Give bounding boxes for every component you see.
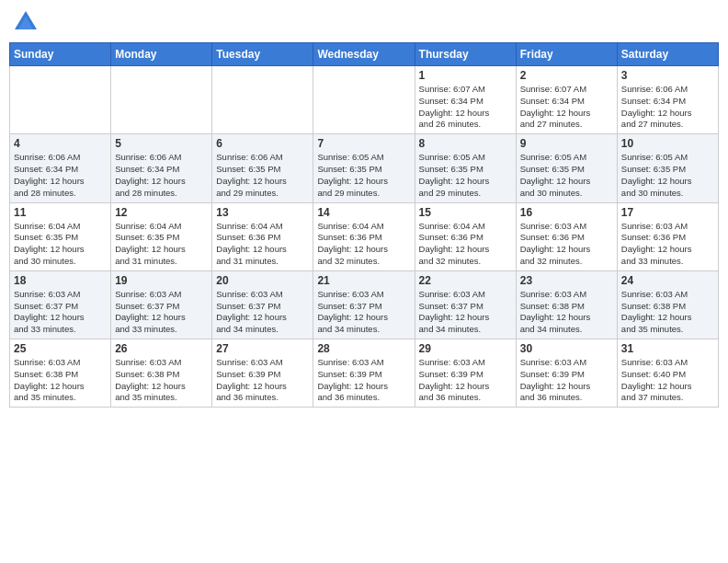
day-number: 7 <box>317 137 410 150</box>
day-info: Sunrise: 6:06 AM Sunset: 6:34 PM Dayligh… <box>14 152 107 199</box>
calendar-week-row: 11Sunrise: 6:04 AM Sunset: 6:35 PM Dayli… <box>10 202 719 270</box>
weekday-header-row: SundayMondayTuesdayWednesdayThursdayFrid… <box>10 43 719 66</box>
day-number: 15 <box>419 206 512 219</box>
calendar-week-row: 1Sunrise: 6:07 AM Sunset: 6:34 PM Daylig… <box>10 66 719 134</box>
calendar-cell: 18Sunrise: 6:03 AM Sunset: 6:37 PM Dayli… <box>10 270 111 339</box>
weekday-header-saturday: Saturday <box>617 43 718 66</box>
calendar-cell: 3Sunrise: 6:06 AM Sunset: 6:34 PM Daylig… <box>617 66 718 134</box>
calendar-cell: 5Sunrise: 6:06 AM Sunset: 6:34 PM Daylig… <box>111 134 212 202</box>
day-number: 29 <box>419 342 512 355</box>
day-number: 18 <box>14 274 107 287</box>
calendar-cell: 2Sunrise: 6:07 AM Sunset: 6:34 PM Daylig… <box>516 66 617 134</box>
calendar-cell <box>10 66 111 134</box>
day-info: Sunrise: 6:03 AM Sunset: 6:37 PM Dayligh… <box>317 289 410 336</box>
logo <box>13 9 42 35</box>
calendar-week-row: 18Sunrise: 6:03 AM Sunset: 6:37 PM Dayli… <box>10 270 719 339</box>
day-info: Sunrise: 6:07 AM Sunset: 6:34 PM Dayligh… <box>520 84 613 131</box>
calendar-cell: 24Sunrise: 6:03 AM Sunset: 6:38 PM Dayli… <box>617 270 718 339</box>
day-info: Sunrise: 6:05 AM Sunset: 6:35 PM Dayligh… <box>419 152 512 199</box>
calendar-cell: 6Sunrise: 6:06 AM Sunset: 6:35 PM Daylig… <box>212 134 313 202</box>
calendar-cell: 31Sunrise: 6:03 AM Sunset: 6:40 PM Dayli… <box>617 339 718 408</box>
day-info: Sunrise: 6:05 AM Sunset: 6:35 PM Dayligh… <box>520 152 613 199</box>
day-info: Sunrise: 6:04 AM Sunset: 6:36 PM Dayligh… <box>317 221 410 268</box>
day-info: Sunrise: 6:03 AM Sunset: 6:38 PM Dayligh… <box>115 357 208 404</box>
logo-icon <box>13 9 39 35</box>
weekday-header-wednesday: Wednesday <box>313 43 415 66</box>
day-number: 27 <box>216 342 309 355</box>
day-number: 22 <box>419 274 512 287</box>
calendar-cell: 19Sunrise: 6:03 AM Sunset: 6:37 PM Dayli… <box>111 270 212 339</box>
day-number: 14 <box>317 206 410 219</box>
day-number: 23 <box>520 274 613 287</box>
day-info: Sunrise: 6:07 AM Sunset: 6:34 PM Dayligh… <box>419 84 512 131</box>
day-number: 3 <box>621 69 714 82</box>
calendar-cell: 23Sunrise: 6:03 AM Sunset: 6:38 PM Dayli… <box>516 270 617 339</box>
calendar-cell: 13Sunrise: 6:04 AM Sunset: 6:36 PM Dayli… <box>212 202 313 270</box>
day-number: 31 <box>621 342 714 355</box>
day-number: 11 <box>14 206 107 219</box>
weekday-header-sunday: Sunday <box>10 43 111 66</box>
day-number: 19 <box>115 274 208 287</box>
calendar-cell <box>212 66 313 134</box>
calendar-cell: 1Sunrise: 6:07 AM Sunset: 6:34 PM Daylig… <box>415 66 516 134</box>
day-info: Sunrise: 6:03 AM Sunset: 6:37 PM Dayligh… <box>14 289 107 336</box>
calendar-cell: 22Sunrise: 6:03 AM Sunset: 6:37 PM Dayli… <box>415 270 516 339</box>
day-number: 9 <box>520 137 613 150</box>
calendar-cell: 7Sunrise: 6:05 AM Sunset: 6:35 PM Daylig… <box>313 134 415 202</box>
calendar-cell: 16Sunrise: 6:03 AM Sunset: 6:36 PM Dayli… <box>516 202 617 270</box>
calendar-table: SundayMondayTuesdayWednesdayThursdayFrid… <box>9 42 719 408</box>
calendar-cell: 10Sunrise: 6:05 AM Sunset: 6:35 PM Dayli… <box>617 134 718 202</box>
day-info: Sunrise: 6:03 AM Sunset: 6:36 PM Dayligh… <box>520 221 613 268</box>
calendar-cell: 11Sunrise: 6:04 AM Sunset: 6:35 PM Dayli… <box>10 202 111 270</box>
calendar-cell: 14Sunrise: 6:04 AM Sunset: 6:36 PM Dayli… <box>313 202 415 270</box>
day-number: 16 <box>520 206 613 219</box>
calendar-cell: 9Sunrise: 6:05 AM Sunset: 6:35 PM Daylig… <box>516 134 617 202</box>
day-number: 30 <box>520 342 613 355</box>
calendar-cell: 26Sunrise: 6:03 AM Sunset: 6:38 PM Dayli… <box>111 339 212 408</box>
calendar-cell: 17Sunrise: 6:03 AM Sunset: 6:36 PM Dayli… <box>617 202 718 270</box>
day-info: Sunrise: 6:03 AM Sunset: 6:37 PM Dayligh… <box>419 289 512 336</box>
day-info: Sunrise: 6:05 AM Sunset: 6:35 PM Dayligh… <box>621 152 714 199</box>
day-info: Sunrise: 6:03 AM Sunset: 6:39 PM Dayligh… <box>317 357 410 404</box>
day-info: Sunrise: 6:04 AM Sunset: 6:35 PM Dayligh… <box>115 221 208 268</box>
calendar-cell: 28Sunrise: 6:03 AM Sunset: 6:39 PM Dayli… <box>313 339 415 408</box>
day-info: Sunrise: 6:04 AM Sunset: 6:35 PM Dayligh… <box>14 221 107 268</box>
calendar-week-row: 4Sunrise: 6:06 AM Sunset: 6:34 PM Daylig… <box>10 134 719 202</box>
day-info: Sunrise: 6:03 AM Sunset: 6:38 PM Dayligh… <box>14 357 107 404</box>
day-info: Sunrise: 6:06 AM Sunset: 6:34 PM Dayligh… <box>621 84 714 131</box>
day-info: Sunrise: 6:04 AM Sunset: 6:36 PM Dayligh… <box>216 221 309 268</box>
calendar-cell: 12Sunrise: 6:04 AM Sunset: 6:35 PM Dayli… <box>111 202 212 270</box>
weekday-header-tuesday: Tuesday <box>212 43 313 66</box>
page-header <box>9 9 719 35</box>
day-number: 5 <box>115 137 208 150</box>
day-info: Sunrise: 6:03 AM Sunset: 6:40 PM Dayligh… <box>621 357 714 404</box>
day-info: Sunrise: 6:03 AM Sunset: 6:39 PM Dayligh… <box>216 357 309 404</box>
day-number: 10 <box>621 137 714 150</box>
day-number: 1 <box>419 69 512 82</box>
day-info: Sunrise: 6:06 AM Sunset: 6:35 PM Dayligh… <box>216 152 309 199</box>
calendar-cell: 20Sunrise: 6:03 AM Sunset: 6:37 PM Dayli… <box>212 270 313 339</box>
calendar-week-row: 25Sunrise: 6:03 AM Sunset: 6:38 PM Dayli… <box>10 339 719 408</box>
calendar-cell: 21Sunrise: 6:03 AM Sunset: 6:37 PM Dayli… <box>313 270 415 339</box>
day-number: 28 <box>317 342 410 355</box>
calendar-cell: 29Sunrise: 6:03 AM Sunset: 6:39 PM Dayli… <box>415 339 516 408</box>
calendar-cell: 25Sunrise: 6:03 AM Sunset: 6:38 PM Dayli… <box>10 339 111 408</box>
day-info: Sunrise: 6:03 AM Sunset: 6:36 PM Dayligh… <box>621 221 714 268</box>
day-info: Sunrise: 6:03 AM Sunset: 6:38 PM Dayligh… <box>621 289 714 336</box>
day-info: Sunrise: 6:05 AM Sunset: 6:35 PM Dayligh… <box>317 152 410 199</box>
calendar-cell <box>111 66 212 134</box>
day-number: 20 <box>216 274 309 287</box>
calendar-cell: 27Sunrise: 6:03 AM Sunset: 6:39 PM Dayli… <box>212 339 313 408</box>
calendar-cell: 8Sunrise: 6:05 AM Sunset: 6:35 PM Daylig… <box>415 134 516 202</box>
calendar-cell: 15Sunrise: 6:04 AM Sunset: 6:36 PM Dayli… <box>415 202 516 270</box>
day-number: 26 <box>115 342 208 355</box>
weekday-header-thursday: Thursday <box>415 43 516 66</box>
calendar-cell: 4Sunrise: 6:06 AM Sunset: 6:34 PM Daylig… <box>10 134 111 202</box>
weekday-header-monday: Monday <box>111 43 212 66</box>
day-number: 2 <box>520 69 613 82</box>
day-info: Sunrise: 6:03 AM Sunset: 6:38 PM Dayligh… <box>520 289 613 336</box>
day-info: Sunrise: 6:06 AM Sunset: 6:34 PM Dayligh… <box>115 152 208 199</box>
day-number: 13 <box>216 206 309 219</box>
day-info: Sunrise: 6:04 AM Sunset: 6:36 PM Dayligh… <box>419 221 512 268</box>
day-number: 12 <box>115 206 208 219</box>
